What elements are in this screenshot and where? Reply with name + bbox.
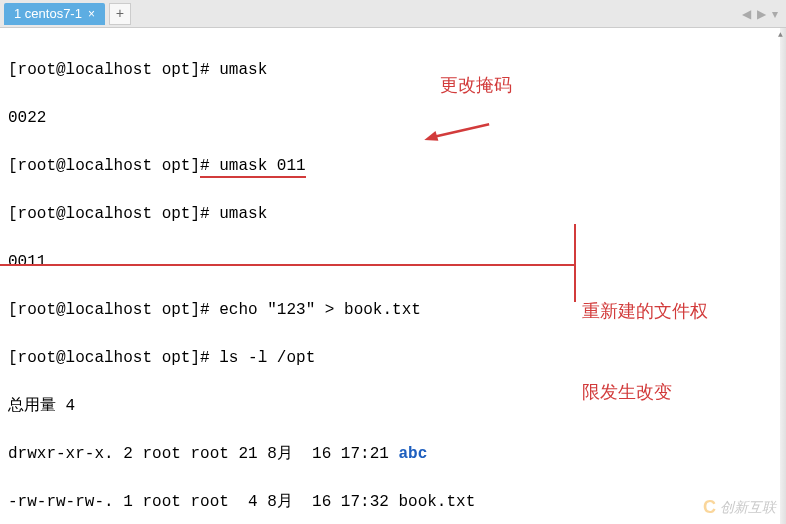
watermark-text: 创新互联 — [720, 499, 776, 517]
separator-line — [0, 264, 574, 266]
annotation-label: 更改掩码 — [440, 72, 512, 99]
nav-left-icon[interactable]: ◀ — [742, 7, 751, 21]
tab-label: 1 centos7-1 — [14, 6, 82, 21]
svg-marker-1 — [424, 131, 439, 142]
terminal-output[interactable]: [root@localhost opt]# umask 0022 [root@l… — [0, 28, 786, 524]
scrollbar[interactable] — [780, 28, 786, 524]
underlined-command: # umask 011 — [200, 157, 306, 178]
watermark: C 创新互联 — [703, 497, 776, 518]
svg-line-0 — [432, 124, 490, 137]
add-tab-button[interactable]: + — [109, 3, 131, 25]
tab-active[interactable]: 1 centos7-1 × — [4, 3, 105, 25]
close-icon[interactable]: × — [88, 7, 95, 21]
nav-right-icon[interactable]: ▶ — [757, 7, 766, 21]
vertical-separator — [574, 224, 576, 302]
terminal-line: [root@localhost opt]# umask — [8, 202, 778, 226]
nav-menu-icon[interactable]: ▾ — [772, 7, 778, 21]
terminal-line: -rw-rw-rw-. 1 root root 4 8月 16 17:32 bo… — [8, 490, 778, 514]
annotation-label: 重新建的文件权 限发生改变 — [582, 244, 708, 460]
tab-bar: 1 centos7-1 × + ◀ ▶ ▾ — [0, 0, 786, 28]
annotation-text: 限发生改变 — [582, 379, 708, 406]
annotation-text: 重新建的文件权 — [582, 298, 708, 325]
nav-controls: ◀ ▶ ▾ — [742, 7, 786, 21]
watermark-icon: C — [703, 497, 716, 518]
directory-name: abc — [398, 445, 427, 463]
